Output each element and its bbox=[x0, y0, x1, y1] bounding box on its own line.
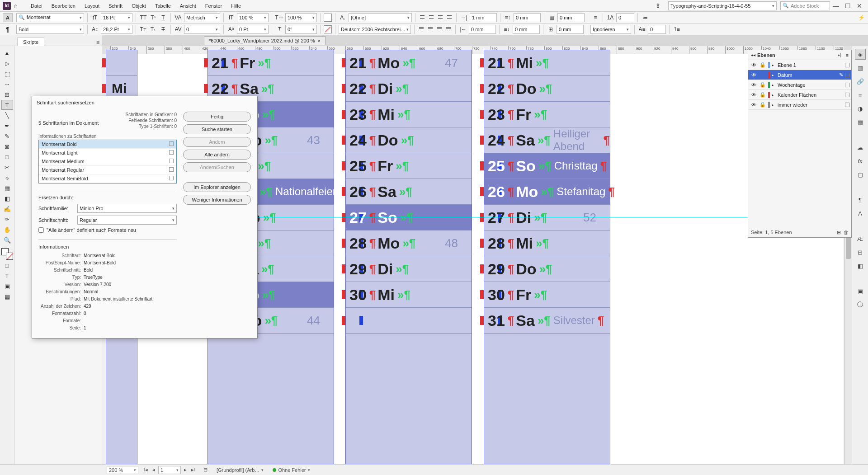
menu-item[interactable]: Hilfe bbox=[226, 3, 245, 9]
char-style-select[interactable]: [Ohne]▾ bbox=[349, 13, 412, 22]
justify-left-button[interactable] bbox=[418, 26, 425, 33]
menu-item[interactable]: Schrift bbox=[104, 3, 127, 9]
menu-item[interactable]: Bearbeiten bbox=[47, 3, 80, 9]
format-text-icon[interactable]: T bbox=[1, 271, 13, 281]
swatches-panel-icon[interactable]: ▦ bbox=[855, 117, 866, 127]
new-layer-icon[interactable]: ⊞ bbox=[837, 230, 841, 235]
next-page-button[interactable]: ▸ bbox=[182, 467, 189, 473]
strikethrough-icon[interactable]: T bbox=[159, 25, 167, 34]
space-before-input[interactable]: 0 mm bbox=[514, 13, 541, 22]
visibility-icon[interactable]: 👁 bbox=[750, 92, 757, 98]
collapse-icon[interactable]: ◂◂ bbox=[751, 52, 755, 57]
less-info-button[interactable]: Weniger Informationen bbox=[183, 195, 251, 205]
replace-style-select[interactable]: Regular▾ bbox=[77, 216, 177, 225]
preflight-status[interactable]: Ohne Fehler▾ bbox=[270, 467, 312, 473]
indent-right-input[interactable]: 0 mm bbox=[469, 25, 496, 34]
menu-item[interactable]: Ansicht bbox=[175, 3, 201, 9]
num-input[interactable]: 0 bbox=[616, 13, 634, 22]
change-all-button[interactable]: Alle ändern bbox=[183, 150, 251, 160]
fill-swatch[interactable] bbox=[324, 14, 332, 22]
align-center-button[interactable] bbox=[428, 14, 435, 21]
justify-full-button[interactable] bbox=[445, 26, 452, 33]
baseline-grid-icon[interactable]: ≡ bbox=[591, 13, 599, 22]
hand-tool-icon[interactable]: ✋ bbox=[1, 225, 13, 235]
layer-target-icon[interactable] bbox=[845, 93, 849, 97]
layer-target-icon[interactable] bbox=[845, 73, 849, 77]
stock-search-input[interactable]: 🔍 Adobe Stock bbox=[780, 1, 830, 10]
layer-target-icon[interactable] bbox=[845, 63, 849, 67]
rectangle-tool-icon[interactable]: □ bbox=[1, 152, 13, 162]
layer-row[interactable]: 👁▸Datum✎ bbox=[748, 70, 851, 80]
zoom-tool-icon[interactable]: 🔍 bbox=[1, 235, 13, 245]
hscale-input[interactable]: 100 %▾ bbox=[285, 13, 317, 22]
font-list-item[interactable]: Montserrat Bold bbox=[39, 140, 176, 149]
reveal-button[interactable]: Im Explorer anzeigen bbox=[183, 182, 251, 192]
layer-target-icon[interactable] bbox=[845, 83, 849, 87]
align-right-button[interactable] bbox=[437, 14, 444, 21]
visibility-icon[interactable]: 👁 bbox=[750, 72, 757, 78]
preflight-profile[interactable]: [Grundprofil] (Arb…▾ bbox=[214, 467, 266, 473]
page-input[interactable]: 1▾ bbox=[158, 466, 181, 474]
gap-tool-icon[interactable]: ↔ bbox=[1, 79, 13, 89]
selection-tool-icon[interactable]: ▲ bbox=[1, 48, 13, 58]
justify-center-button[interactable] bbox=[427, 26, 434, 33]
first-page-button[interactable]: I◂ bbox=[142, 467, 149, 473]
visibility-icon[interactable]: 👁 bbox=[750, 102, 757, 108]
minimize-button[interactable]: — bbox=[830, 2, 842, 9]
pathfinder-icon[interactable]: ◧ bbox=[855, 260, 866, 271]
kerning-select[interactable]: Metrisch▾ bbox=[184, 13, 220, 22]
underline-icon[interactable]: T bbox=[159, 13, 167, 22]
justify-button[interactable] bbox=[446, 14, 453, 21]
free-transform-tool-icon[interactable]: ⟐ bbox=[1, 173, 13, 183]
view-mode-normal-icon[interactable]: ▣ bbox=[1, 281, 13, 291]
visibility-icon[interactable]: 👁 bbox=[750, 62, 757, 68]
menu-item[interactable]: Objekt bbox=[127, 3, 151, 9]
font-list-item[interactable]: Montserrat Light bbox=[39, 149, 176, 157]
fill-stroke-swatch[interactable] bbox=[1, 248, 13, 260]
pencil-tool-icon[interactable]: ✎ bbox=[1, 131, 13, 141]
dropcap-input[interactable]: 0 bbox=[648, 25, 666, 34]
lock-icon[interactable]: 🔒 bbox=[759, 62, 766, 68]
character-mode-icon[interactable]: A bbox=[3, 13, 13, 22]
gradient-swatch-tool-icon[interactable]: ▦ bbox=[1, 183, 13, 193]
layer-row[interactable]: 👁🔒▸immer wieder bbox=[748, 100, 851, 110]
done-button[interactable]: Fertig bbox=[183, 112, 251, 122]
visibility-icon[interactable]: 👁 bbox=[750, 82, 757, 88]
maximize-button[interactable]: ☐ bbox=[842, 2, 854, 9]
superscript-icon[interactable]: T¹ bbox=[149, 13, 157, 22]
tracking-input[interactable]: 0▾ bbox=[184, 25, 220, 34]
align-left-button[interactable] bbox=[419, 14, 426, 21]
vscale-input[interactable]: 100 %▾ bbox=[237, 13, 269, 22]
numlist-icon[interactable]: 1≡ bbox=[673, 25, 681, 34]
smallcaps-icon[interactable]: Tᴛ bbox=[139, 25, 147, 34]
close-button[interactable]: ✕ bbox=[854, 2, 865, 9]
find-button[interactable]: Suche starten bbox=[183, 124, 251, 134]
close-icon[interactable]: × bbox=[318, 38, 321, 43]
space-after-input[interactable]: 0 mm bbox=[513, 25, 540, 34]
page-tool-icon[interactable]: ⬚ bbox=[1, 69, 13, 79]
prev-page-button[interactable]: ◂ bbox=[150, 467, 157, 473]
gutter-input[interactable]: 0 mm bbox=[557, 25, 584, 34]
allcaps-icon[interactable]: TT bbox=[139, 13, 147, 22]
change-button[interactable]: Ändern bbox=[183, 137, 251, 147]
font-family-select[interactable]: 🔍Montserrat▾ bbox=[16, 13, 84, 22]
hyphenation-select[interactable]: Ignorieren▾ bbox=[590, 25, 631, 34]
align-panel-icon[interactable]: ⊟ bbox=[855, 247, 866, 258]
font-list[interactable]: Montserrat BoldMontserrat LightMontserra… bbox=[38, 140, 177, 183]
zoom-select[interactable]: 200 %▾ bbox=[107, 466, 138, 474]
workspace-selector[interactable]: Typography-and-Scripting-16-4-0-55 ▾ bbox=[668, 1, 777, 10]
stroke-swatch[interactable] bbox=[324, 25, 332, 33]
replace-family-select[interactable]: Minion Pro▾ bbox=[77, 204, 177, 213]
cols-input[interactable]: 0 mm bbox=[557, 13, 585, 22]
character-styles-icon[interactable]: A bbox=[855, 208, 866, 219]
scripts-tab[interactable]: Skripte bbox=[17, 38, 44, 46]
document-tab[interactable]: *60000_Lucky_Wandplaner 2022.indd @ 200 … bbox=[204, 36, 326, 45]
line-tool-icon[interactable]: ╲ bbox=[1, 110, 13, 120]
glyphs-icon[interactable]: Æ bbox=[855, 233, 866, 244]
effects-panel-icon[interactable]: fx bbox=[855, 155, 866, 166]
menu-item[interactable]: Tabelle bbox=[151, 3, 175, 9]
panel-menu-icon[interactable]: ≡ bbox=[94, 39, 102, 46]
layer-row[interactable]: 👁🔒▸Wochentage bbox=[748, 80, 851, 90]
eyedropper-tool-icon[interactable]: ✑ bbox=[1, 214, 13, 224]
bullets-icon[interactable]: ≔ bbox=[641, 13, 649, 22]
